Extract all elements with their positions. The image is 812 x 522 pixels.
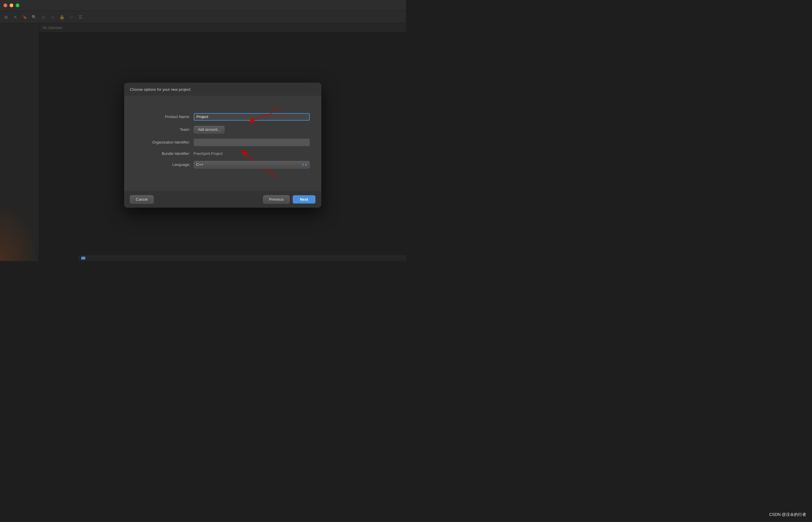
language-label: Language:: [136, 162, 194, 167]
new-project-dialog: Choose options for your new project:: [124, 83, 321, 208]
close-button[interactable]: [3, 3, 7, 7]
previous-button[interactable]: Previous: [263, 195, 290, 204]
team-row: Team: Add account...: [136, 126, 310, 134]
product-name-input[interactable]: [194, 113, 310, 121]
toolbar-icon-5: ⚠: [41, 15, 46, 20]
titlebar: [0, 0, 406, 11]
toolbar-icon-3: 🔖: [22, 15, 27, 20]
language-row: Language: C++ Swift Objective-C C ⬆⬇: [136, 161, 310, 168]
product-name-row: Product Name:: [136, 113, 310, 121]
language-select[interactable]: C++ Swift Objective-C C: [194, 161, 310, 168]
content-area: No Selection Choose options for your new…: [39, 23, 406, 261]
product-name-label: Product Name:: [136, 115, 194, 119]
toolbar-icon-6: ◇: [50, 15, 55, 20]
no-selection-bar: No Selection: [39, 23, 406, 33]
dialog-footer: Cancel Previous Next: [124, 191, 321, 208]
add-account-button[interactable]: Add account...: [194, 126, 225, 134]
dialog-overlay: Choose options for your new project:: [39, 23, 406, 261]
dialog-body: Product Name: Team: Add account... Organ…: [124, 96, 321, 191]
no-selection-label: No Selection: [43, 26, 62, 30]
sidebar-gradient: [0, 203, 39, 261]
language-select-wrapper: C++ Swift Objective-C C ⬆⬇: [194, 161, 310, 168]
dialog-title: Choose options for your new project:: [130, 87, 316, 92]
footer-right-buttons: Previous Next: [263, 195, 316, 204]
org-identifier-input: [194, 139, 310, 146]
bundle-identifier-value: FreeSpirit.Project: [194, 152, 223, 156]
toolbar-icon-9: ☰: [78, 15, 83, 20]
maximize-button[interactable]: [16, 3, 19, 7]
toolbar-icon-8: □: [68, 15, 74, 20]
toolbar-icon-7: 🔒: [59, 15, 64, 20]
status-icon: [81, 257, 85, 260]
dialog-header: Choose options for your new project:: [124, 83, 321, 92]
toolbar-icon-2: ✕: [13, 15, 18, 20]
sidebar: [0, 23, 39, 261]
toolbar: ⊞ ✕ 🔖 🔍 ⚠ ◇ 🔒 □ ☰: [0, 11, 406, 23]
org-identifier-row: Organization Identifier:: [136, 139, 310, 146]
statusbar: [78, 255, 406, 261]
org-identifier-label: Organization Identifier:: [136, 140, 194, 144]
toolbar-icon-4: 🔍: [31, 15, 37, 20]
minimize-button[interactable]: [9, 3, 13, 7]
cancel-button[interactable]: Cancel: [130, 195, 154, 204]
next-button[interactable]: Next: [292, 195, 315, 204]
bundle-identifier-label: Bundle Identifier:: [136, 152, 194, 156]
main-layout: No Selection Choose options for your new…: [0, 23, 406, 261]
toolbar-icon-1: ⊞: [3, 15, 9, 20]
bundle-identifier-row: Bundle Identifier: FreeSpirit.Project: [136, 152, 310, 156]
team-label: Team:: [136, 127, 194, 132]
